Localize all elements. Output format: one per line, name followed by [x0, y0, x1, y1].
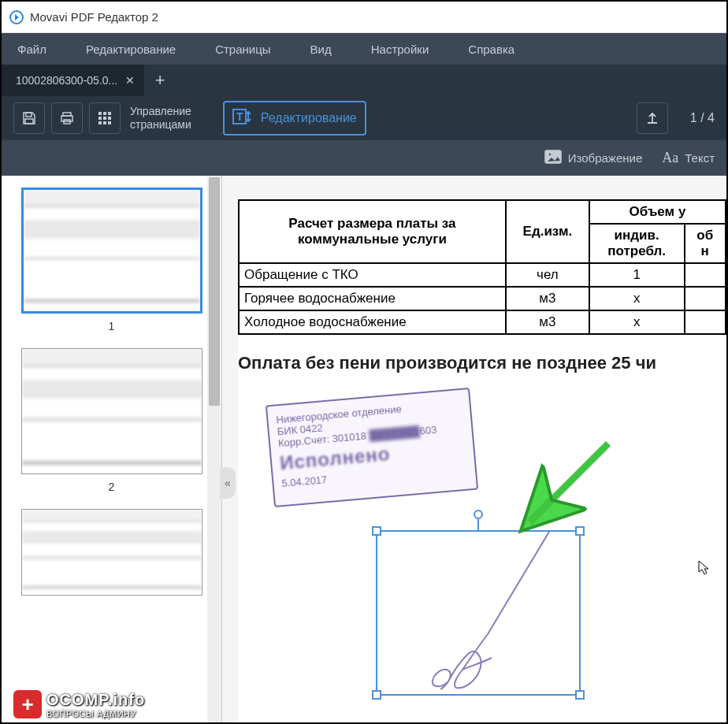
pages-grid-icon[interactable]: [89, 102, 121, 134]
resize-handle-tr[interactable]: [575, 526, 585, 536]
watermark: + OCOMP.info ВОПРОСЫ АДМИНУ: [13, 690, 145, 718]
cursor-icon: [698, 560, 711, 580]
table-row: Горячее водоснабжение м3 x: [239, 287, 726, 310]
table-header-volume: Объем у: [589, 200, 726, 224]
document-tab[interactable]: 10002806300-05.0... ✕: [2, 65, 144, 96]
pages-management-label: Управление страницами: [130, 105, 191, 132]
menu-settings[interactable]: Настройки: [371, 43, 429, 56]
thumbnail-number: 1: [13, 320, 210, 332]
window-titlebar: Movavi PDF Редактор 2: [2, 2, 726, 33]
page-indicator: 1 / 4: [690, 111, 715, 125]
svg-text:T: T: [236, 110, 243, 123]
thumbnail-scrollbar[interactable]: [207, 176, 221, 724]
editing-label: Редактирование: [261, 111, 357, 125]
image-label: Изображение: [568, 151, 643, 165]
svg-rect-7: [103, 112, 106, 115]
text-icon: Aa: [662, 150, 678, 166]
svg-rect-13: [103, 121, 106, 124]
upload-button[interactable]: [637, 102, 668, 134]
tab-label: 10002806300-05.0...: [16, 74, 117, 87]
watermark-main: OCOMP.info: [46, 691, 145, 709]
watermark-badge-icon: +: [13, 690, 42, 718]
save-button[interactable]: [13, 102, 45, 134]
svg-rect-2: [25, 119, 33, 124]
sub-toolbar: Изображение Aa Текст: [2, 140, 726, 176]
rotate-handle[interactable]: [474, 510, 483, 519]
thumbnail-number: 2: [13, 481, 210, 493]
resize-handle-bl[interactable]: [372, 690, 381, 700]
resize-handle-br[interactable]: [575, 690, 585, 700]
svg-rect-8: [108, 112, 111, 115]
table-row: Холодное водоснабжение м3 x: [239, 310, 726, 334]
scrollbar-thumb[interactable]: [209, 177, 220, 406]
table-header-unit: Ед.изм.: [506, 200, 589, 263]
menu-view[interactable]: Вид: [310, 43, 332, 56]
editing-mode-button[interactable]: T Редактирование: [223, 101, 366, 136]
svg-line-19: [529, 444, 608, 522]
utility-table: Расчет размера платы за коммунальные усл…: [238, 199, 726, 335]
app-icon: [9, 10, 24, 24]
svg-line-20: [529, 444, 608, 522]
svg-rect-4: [61, 116, 72, 121]
table-row: Обращение с ТКО чел 1: [239, 263, 726, 287]
document-page: Расчет размера платы за коммунальные усл…: [238, 199, 726, 724]
menu-edit[interactable]: Редактирование: [86, 43, 176, 56]
new-tab-button[interactable]: +: [144, 65, 176, 96]
table-subheader-ob: обн: [685, 224, 726, 263]
thumbnail-page-3[interactable]: [13, 509, 210, 596]
signature-image[interactable]: [377, 532, 582, 697]
print-button[interactable]: [51, 102, 83, 134]
stamp-image: Нижегородское отделение БИК 0422 Корр.Сч…: [266, 388, 478, 507]
watermark-sub: ВОПРОСЫ АДМИНУ: [46, 709, 145, 718]
svg-rect-1: [26, 113, 32, 117]
toolbar: Управление страницами T Редактирование 1…: [2, 96, 726, 140]
content-area: 1 2 « Расчет размера платы за коммунальн…: [2, 176, 726, 724]
text-label: Текст: [685, 151, 715, 165]
window-title: Movavi PDF Редактор 2: [30, 10, 158, 24]
menu-file[interactable]: Файл: [17, 43, 46, 56]
svg-rect-14: [108, 121, 111, 124]
table-header-calc: Расчет размера платы за коммунальные усл…: [239, 200, 506, 263]
editing-icon: T: [232, 107, 254, 129]
tabbar: 10002806300-05.0... ✕ +: [2, 65, 726, 96]
thumbnail-panel: 1 2: [2, 176, 222, 724]
svg-rect-6: [98, 112, 102, 115]
menu-pages[interactable]: Страницы: [215, 43, 270, 56]
tab-close-icon[interactable]: ✕: [125, 74, 135, 87]
menu-help[interactable]: Справка: [468, 43, 514, 56]
svg-rect-12: [98, 121, 102, 124]
resize-handle-tl[interactable]: [372, 526, 381, 536]
panel-collapse-button[interactable]: «: [220, 467, 236, 499]
payment-notice: Оплата без пени производится не позднее …: [238, 353, 656, 373]
svg-rect-11: [108, 117, 111, 120]
annotation-arrow: [506, 436, 624, 546]
menubar: Файл Редактирование Страницы Вид Настрой…: [2, 33, 726, 65]
image-icon: [544, 150, 562, 166]
svg-point-18: [548, 153, 552, 156]
thumbnail-page-1[interactable]: 1: [13, 187, 210, 332]
svg-rect-9: [98, 117, 102, 120]
insert-text-button[interactable]: Aa Текст: [662, 150, 715, 166]
table-subheader-indiv: индив. потребл.: [589, 224, 685, 263]
svg-rect-10: [103, 117, 106, 120]
signature-selection-box[interactable]: [376, 530, 581, 696]
pages-management-group[interactable]: Управление страницами: [89, 102, 191, 134]
thumbnail-page-2[interactable]: 2: [13, 348, 210, 493]
document-view[interactable]: Расчет размера платы за коммунальные усл…: [222, 176, 726, 724]
insert-image-button[interactable]: Изображение: [544, 150, 643, 166]
